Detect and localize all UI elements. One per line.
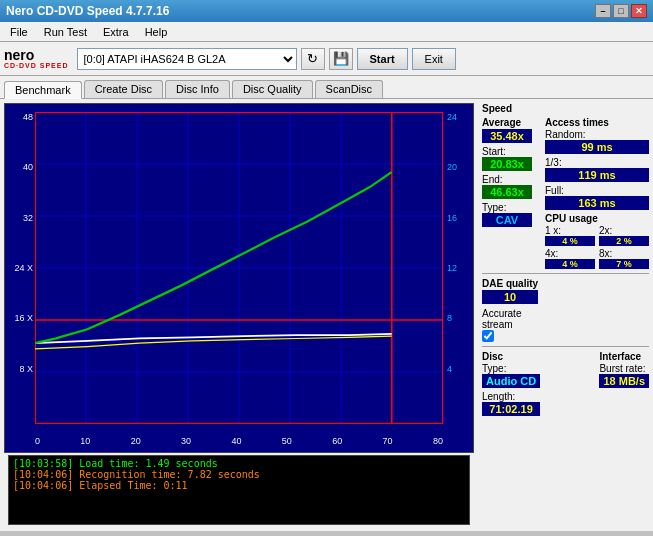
cpu-4x-label: 4x:: [545, 248, 595, 259]
chart-container: 48 40 32 24 X 16 X 8 X 24 20 16 12 8 4: [4, 103, 474, 453]
log-line-1: [10:03:58] Load time: 1.49 seconds: [13, 458, 465, 469]
speed-section: Average 35.48x Start: 20.83x End: 46.63x…: [482, 117, 532, 227]
save-button[interactable]: 💾: [329, 48, 353, 70]
tab-disc-quality[interactable]: Disc Quality: [232, 80, 313, 98]
menu-bar: File Run Test Extra Help: [0, 22, 653, 42]
end-label: End:: [482, 174, 503, 185]
title-bar: Nero CD-DVD Speed 4.7.7.16 – □ ✕: [0, 0, 653, 22]
type-value: CAV: [482, 213, 532, 227]
tab-disc-info[interactable]: Disc Info: [165, 80, 230, 98]
dae-value: 10: [482, 290, 538, 304]
drive-selector[interactable]: [0:0] ATAPI iHAS624 B GL2A: [77, 48, 297, 70]
average-value: 35.48x: [482, 129, 532, 143]
cpu-1x-label: 1 x:: [545, 225, 595, 236]
chart-area: 48 40 32 24 X 16 X 8 X 24 20 16 12 8 4: [0, 99, 478, 531]
nero-logo-text: nero: [4, 48, 69, 62]
accurate-stream-check[interactable]: [482, 330, 494, 342]
exit-button[interactable]: Exit: [412, 48, 456, 70]
disc-type-label: Type:: [482, 363, 540, 374]
end-value: 46.63x: [482, 185, 532, 199]
full-value: 163 ms: [545, 196, 649, 210]
title-bar-buttons: – □ ✕: [595, 4, 647, 18]
type-label: Type:: [482, 202, 506, 213]
tab-create-disc[interactable]: Create Disc: [84, 80, 163, 98]
separator-1: [482, 273, 649, 274]
interface-label: Interface: [599, 351, 649, 362]
refresh-button[interactable]: ↻: [301, 48, 325, 70]
start-button[interactable]: Start: [357, 48, 408, 70]
burst-value: 18 MB/s: [599, 374, 649, 388]
cpu-4x-value: 4 %: [545, 259, 595, 269]
x-axis: 0 10 20 30 40 50 60 70 80: [35, 436, 443, 446]
log-line-2: [10:04:06] Recognition time: 7.82 second…: [13, 469, 465, 480]
cpu-label: CPU usage: [545, 213, 649, 224]
access-label: Access times: [545, 117, 649, 128]
disc-label: Disc: [482, 351, 540, 362]
tab-scan-disc[interactable]: ScanDisc: [315, 80, 383, 98]
access-section: Access times Random: 99 ms 1/3: 119 ms F…: [545, 117, 649, 269]
main-content: 48 40 32 24 X 16 X 8 X 24 20 16 12 8 4: [0, 99, 653, 531]
tab-benchmark[interactable]: Benchmark: [4, 81, 82, 99]
dae-label: DAE quality: [482, 278, 538, 289]
chart-svg: [35, 112, 443, 424]
menu-file[interactable]: File: [4, 25, 34, 39]
start-label: Start:: [482, 146, 506, 157]
y-axis-left: 48 40 32 24 X 16 X 8 X: [7, 112, 35, 424]
window-title: Nero CD-DVD Speed 4.7.7.16: [6, 4, 169, 18]
separator-2: [482, 346, 649, 347]
burst-label: Burst rate:: [599, 363, 649, 374]
log-line-3: [10:04:06] Elapsed Time: 0:11: [13, 480, 465, 491]
random-label: Random:: [545, 129, 649, 140]
full-label: Full:: [545, 185, 564, 196]
nero-logo: nero CD·DVD SPEED: [4, 48, 69, 69]
start-value: 20.83x: [482, 157, 532, 171]
nero-logo-sub: CD·DVD SPEED: [4, 62, 69, 69]
log-area[interactable]: [10:03:58] Load time: 1.49 seconds [10:0…: [8, 455, 470, 525]
average-label: Average: [482, 117, 532, 128]
cpu-2x-value: 2 %: [599, 236, 649, 246]
y-axis-right: 24 20 16 12 8 4: [445, 112, 471, 424]
minimize-button[interactable]: –: [595, 4, 611, 18]
one-third-label: 1/3:: [545, 157, 562, 168]
toolbar: nero CD·DVD SPEED [0:0] ATAPI iHAS624 B …: [0, 42, 653, 76]
accurate-label: Accurate: [482, 308, 538, 319]
cpu-1x-value: 4 %: [545, 236, 595, 246]
disc-type-value: Audio CD: [482, 374, 540, 388]
accurate-stream-checkbox: [482, 330, 538, 342]
length-label: Length:: [482, 391, 515, 402]
maximize-button[interactable]: □: [613, 4, 629, 18]
cpu-8x-value: 7 %: [599, 259, 649, 269]
stream-label: stream: [482, 319, 538, 330]
length-value: 71:02.19: [482, 402, 540, 416]
menu-help[interactable]: Help: [139, 25, 174, 39]
menu-run-test[interactable]: Run Test: [38, 25, 93, 39]
random-value: 99 ms: [545, 140, 649, 154]
menu-extra[interactable]: Extra: [97, 25, 135, 39]
right-panel: Speed Average 35.48x Start: 20.83x End: …: [478, 99, 653, 531]
tabs: Benchmark Create Disc Disc Info Disc Qua…: [0, 76, 653, 99]
close-button[interactable]: ✕: [631, 4, 647, 18]
speed-label: Speed: [482, 103, 649, 114]
cpu-2x-label: 2x:: [599, 225, 649, 236]
one-third-value: 119 ms: [545, 168, 649, 182]
cpu-8x-label: 8x:: [599, 248, 649, 259]
